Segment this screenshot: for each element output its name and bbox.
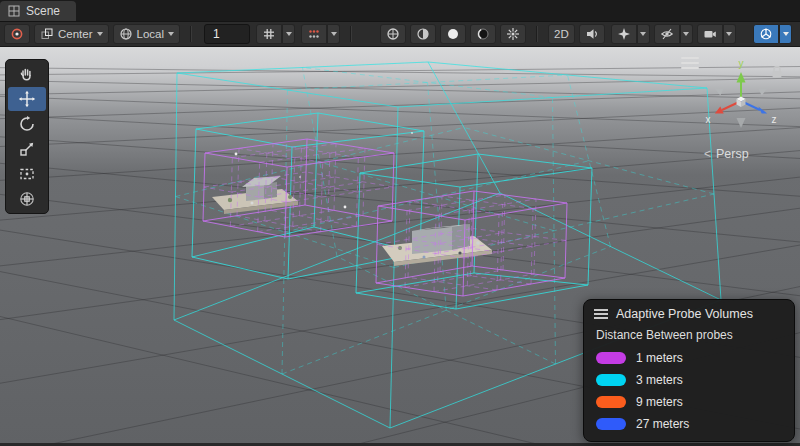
orientation-mode-dropdown[interactable]: Local <box>113 24 181 44</box>
tool-handle-icon <box>10 27 24 41</box>
legend-label-9m: 9 meters <box>636 395 683 409</box>
legend-swatch-9m <box>596 396 626 408</box>
pan-tool-button[interactable] <box>8 62 46 86</box>
legend-label-27m: 27 meters <box>636 417 689 431</box>
scene-grid-icon <box>8 5 20 17</box>
rotate-tool-button[interactable] <box>8 112 46 136</box>
globe-icon <box>119 27 133 41</box>
grid-visibility-button[interactable] <box>256 24 282 44</box>
legend-row: 9 meters <box>596 395 794 409</box>
eye-hidden-icon <box>660 27 674 41</box>
grid-visibility-split <box>256 24 295 44</box>
shaded-sphere-button[interactable] <box>440 24 466 44</box>
chevron-down-icon <box>331 32 337 36</box>
axis-negz-cone[interactable] <box>715 88 724 95</box>
grid-size-field[interactable]: 1 <box>204 24 250 44</box>
snap-increment-dropdown[interactable] <box>327 24 340 44</box>
chevron-down-icon <box>286 32 292 36</box>
draw-mode-button[interactable] <box>380 24 406 44</box>
transform-tool-button[interactable] <box>8 187 46 211</box>
chevron-down-icon <box>97 32 103 36</box>
axis-negy-cone[interactable] <box>737 118 746 128</box>
pivot-mode-dropdown[interactable]: Center <box>34 24 109 44</box>
gizmo-overlay-button[interactable] <box>753 24 779 44</box>
2d-mode-button[interactable]: 2D <box>548 24 575 44</box>
effects-split <box>611 24 650 44</box>
camera-settings-dropdown[interactable] <box>723 24 736 44</box>
lock-icon[interactable] <box>773 66 782 77</box>
apv-title: Adaptive Probe Volumes <box>616 307 753 321</box>
projection-label: Persp <box>716 147 749 161</box>
orientation-gizmo[interactable]: y x z <box>700 55 790 139</box>
lighting-toggle-button[interactable] <box>410 24 436 44</box>
transform-icon <box>18 190 36 208</box>
tool-settings-button[interactable] <box>4 24 30 44</box>
axis-y-label: y <box>739 58 744 69</box>
legend-swatch-3m <box>596 374 626 386</box>
scene-visibility-button[interactable] <box>654 24 680 44</box>
scene-viewport[interactable]: y x z < Persp Adaptive Probe Volumes Dis… <box>0 47 800 446</box>
axis-y-cone[interactable] <box>737 72 746 83</box>
toolbar-separator <box>536 26 537 42</box>
chevron-left-icon: < <box>704 147 711 161</box>
skybox-toggle-button[interactable] <box>470 24 496 44</box>
drag-handle-icon[interactable] <box>594 309 608 319</box>
apv-header[interactable]: Adaptive Probe Volumes <box>584 300 794 325</box>
tab-scene[interactable]: Scene <box>0 1 76 21</box>
move-tool-button[interactable] <box>8 87 46 111</box>
toolbar-separator <box>350 26 351 42</box>
pivot-mode-label: Center <box>58 28 93 40</box>
legend-row: 3 meters <box>596 373 794 387</box>
camera-settings-split <box>697 24 736 44</box>
chevron-down-icon <box>168 32 174 36</box>
snap-increment-split <box>301 24 340 44</box>
white-circle-icon <box>446 27 460 41</box>
grid-size-value: 1 <box>213 27 220 41</box>
pivot-icon <box>40 27 54 41</box>
legend-row: 1 meters <box>596 351 794 365</box>
snap-increment-button[interactable] <box>301 24 327 44</box>
rect-tool-icon <box>18 165 36 183</box>
apv-subtitle: Distance Between probes <box>596 328 794 342</box>
gizmo-overlay-dropdown[interactable] <box>779 24 792 44</box>
scale-icon <box>18 140 36 158</box>
legend-label-1m: 1 meters <box>636 351 683 365</box>
overlay-menu-button[interactable] <box>681 57 699 69</box>
half-sphere-icon <box>416 27 430 41</box>
snap-dots-icon <box>307 27 321 41</box>
chevron-down-icon <box>783 32 789 36</box>
tab-title: Scene <box>26 4 60 18</box>
legend-swatch-1m <box>596 352 626 364</box>
grid-hash-icon <box>262 27 276 41</box>
orientation-mode-label: Local <box>137 28 165 40</box>
toolbar-separator <box>190 26 191 42</box>
effects-dropdown[interactable] <box>637 24 650 44</box>
apv-overlay-panel: Adaptive Probe Volumes Distance Between … <box>583 299 795 442</box>
axis-z-label: z <box>772 114 777 125</box>
gizmo-overlay-split <box>753 24 792 44</box>
moon-icon <box>476 27 490 41</box>
speaker-icon <box>585 27 599 41</box>
rect-tool-button[interactable] <box>8 162 46 186</box>
circle-crosshair-icon <box>386 27 400 41</box>
chevron-down-icon <box>683 32 689 36</box>
legend-swatch-27m <box>596 418 626 430</box>
grid-visibility-dropdown[interactable] <box>282 24 295 44</box>
effects-button[interactable] <box>611 24 637 44</box>
chevron-down-icon <box>726 32 732 36</box>
scene-toolbar: Center Local 1 <box>0 22 800 47</box>
scale-tool-button[interactable] <box>8 137 46 161</box>
camera-settings-button[interactable] <box>697 24 723 44</box>
scene-visibility-dropdown[interactable] <box>680 24 693 44</box>
camera-icon <box>703 27 717 41</box>
flare-toggle-button[interactable] <box>500 24 526 44</box>
legend-row: 27 meters <box>596 417 794 431</box>
move-icon <box>18 90 36 108</box>
audio-toggle-button[interactable] <box>579 24 605 44</box>
chevron-down-icon <box>640 32 646 36</box>
flare-icon <box>506 27 520 41</box>
axis-negx-cone[interactable] <box>758 88 767 95</box>
2d-label: 2D <box>554 28 569 40</box>
legend-label-3m: 3 meters <box>636 373 683 387</box>
projection-toggle[interactable]: < Persp <box>704 147 749 161</box>
